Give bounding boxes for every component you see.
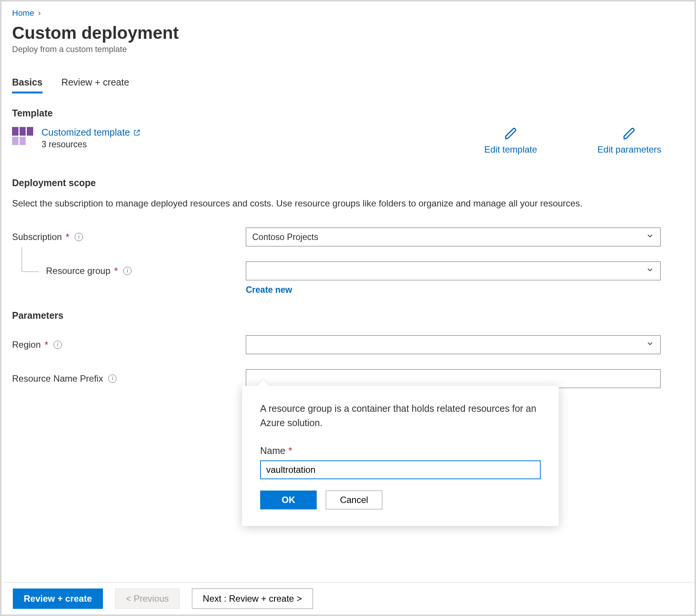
create-resource-group-callout: A resource group is a container that hol… bbox=[242, 386, 559, 526]
breadcrumb: Home › bbox=[12, 8, 684, 18]
edit-template-button[interactable]: Edit template bbox=[484, 127, 537, 155]
chevron-down-icon bbox=[646, 232, 654, 242]
customized-template-link[interactable]: Customized template bbox=[41, 127, 141, 138]
edit-template-label: Edit template bbox=[484, 144, 537, 155]
review-create-button[interactable]: Review + create bbox=[13, 588, 103, 609]
tab-bar: Basics Review + create bbox=[12, 77, 684, 93]
next-button[interactable]: Next : Review + create > bbox=[192, 588, 313, 609]
resource-group-dropdown[interactable] bbox=[246, 261, 661, 280]
edit-parameters-label: Edit parameters bbox=[598, 144, 661, 155]
breadcrumb-home[interactable]: Home bbox=[12, 8, 34, 18]
tab-basics[interactable]: Basics bbox=[12, 77, 43, 93]
footer-bar: Review + create < Previous Next : Review… bbox=[3, 582, 693, 614]
chevron-right-icon: › bbox=[38, 8, 41, 18]
deployment-scope-heading: Deployment scope bbox=[12, 177, 684, 188]
region-label: Region* i bbox=[12, 339, 246, 351]
subscription-value: Contoso Projects bbox=[252, 232, 318, 242]
resource-name-prefix-input[interactable] bbox=[246, 369, 661, 388]
info-icon[interactable]: i bbox=[123, 267, 132, 275]
chevron-down-icon bbox=[646, 266, 654, 276]
external-link-icon bbox=[133, 129, 141, 136]
region-dropdown[interactable] bbox=[246, 335, 661, 354]
info-icon[interactable]: i bbox=[75, 233, 83, 241]
page-title: Custom deployment bbox=[12, 23, 684, 43]
pencil-icon bbox=[622, 127, 636, 141]
previous-button[interactable]: < Previous bbox=[115, 588, 180, 609]
page-subtitle: Deploy from a custom template bbox=[12, 44, 684, 54]
subscription-label: Subscription* i bbox=[12, 231, 246, 243]
resource-group-label: Resource group* i bbox=[12, 265, 246, 277]
tab-review-create[interactable]: Review + create bbox=[61, 77, 129, 93]
callout-name-label: Name* bbox=[260, 445, 541, 457]
template-resource-count: 3 resources bbox=[41, 139, 141, 150]
info-icon[interactable]: i bbox=[108, 374, 117, 383]
create-new-link[interactable]: Create new bbox=[246, 285, 292, 295]
callout-description: A resource group is a container that hol… bbox=[260, 402, 541, 430]
subscription-dropdown[interactable]: Contoso Projects bbox=[246, 228, 661, 246]
parameters-heading: Parameters bbox=[12, 310, 684, 321]
template-heading: Template bbox=[12, 108, 684, 119]
edit-parameters-button[interactable]: Edit parameters bbox=[598, 127, 661, 155]
cancel-button[interactable]: Cancel bbox=[326, 491, 382, 509]
resource-name-prefix-label: Resource Name Prefix i bbox=[12, 373, 246, 384]
template-icon bbox=[12, 127, 33, 145]
info-icon[interactable]: i bbox=[54, 341, 62, 349]
customized-template-label: Customized template bbox=[41, 127, 130, 138]
ok-button[interactable]: OK bbox=[260, 491, 317, 509]
deployment-scope-description: Select the subscription to manage deploy… bbox=[12, 197, 619, 210]
resource-group-name-input[interactable] bbox=[260, 460, 541, 479]
chevron-down-icon bbox=[646, 339, 654, 350]
pencil-icon bbox=[504, 127, 518, 141]
